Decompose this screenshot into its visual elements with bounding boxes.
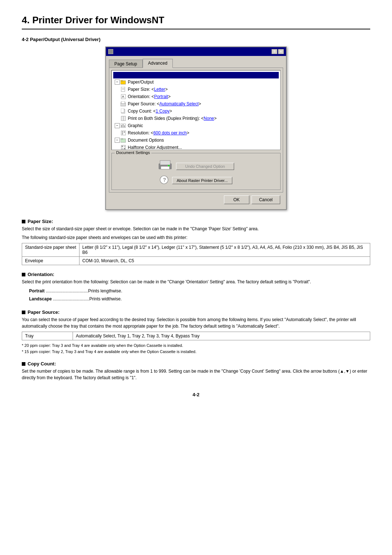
label-orientation: Orientation: <Portrait> xyxy=(128,93,171,100)
bullet-icon xyxy=(22,220,25,223)
paper-size-table: Standard-size paper sheet Letter (8 1/2"… xyxy=(22,243,370,265)
res-icon xyxy=(121,130,126,136)
svg-text:A: A xyxy=(122,95,124,98)
ok-button[interactable]: OK xyxy=(224,195,249,204)
paper-source-section: Paper Source: You can select the source … xyxy=(22,309,370,355)
halftone-icon xyxy=(121,145,126,150)
svg-rect-20 xyxy=(122,133,123,134)
paper-size-col1-0: Standard-size paper sheet xyxy=(22,243,79,257)
about-icon: ? xyxy=(160,175,168,185)
tree-item-resolution[interactable]: Resolution: <600 dots per inch> xyxy=(113,129,279,137)
folder-icon xyxy=(121,79,126,85)
svg-rect-10 xyxy=(121,109,124,113)
landscape-label: Landscape xyxy=(29,296,52,301)
paper-size-section: Paper Size: Select the size of standard-… xyxy=(22,219,370,265)
svg-rect-1 xyxy=(121,80,123,81)
doc-settings-inner: Undo Changed Option ? About Raster Print… xyxy=(115,156,277,187)
bullet-icon xyxy=(22,362,25,366)
svg-rect-8 xyxy=(121,101,125,104)
tree-item-copy-count[interactable]: Copy Count: <1 Copy> xyxy=(113,108,279,115)
table-row: Standard-size paper sheet Letter (8 1/2"… xyxy=(22,243,370,257)
paper-size-col2-0: Letter (8 1/2" x 11"), Legal (8 1/2" x 1… xyxy=(79,243,370,257)
tree-selected-row[interactable] xyxy=(113,72,279,78)
dialog-wrapper: ? × Page Setup Advanced xyxy=(22,46,370,210)
paper-size-col2-1: COM-10, Monarch, DL, C5 xyxy=(79,257,370,265)
svg-rect-29 xyxy=(160,161,170,165)
paper-size-col1-1: Envelope xyxy=(22,257,79,265)
svg-rect-22 xyxy=(121,138,123,139)
portrait-dots: ...................................Print… xyxy=(46,288,122,293)
titlebar-controls: ? × xyxy=(271,49,284,54)
tree-item-doc-options[interactable]: − Document Options xyxy=(113,137,279,144)
svg-rect-16 xyxy=(124,125,125,127)
tree-item-paper-size[interactable]: Paper Size: <Letter> xyxy=(113,86,279,93)
svg-point-25 xyxy=(124,146,125,147)
tree-area[interactable]: − Paper/Output Paper Size: <Letter> xyxy=(111,70,281,150)
doc-icon xyxy=(121,86,126,92)
source-icon xyxy=(121,101,126,107)
svg-text:?: ? xyxy=(163,177,166,183)
tree-item-orientation[interactable]: A Orientation: <Portrait> xyxy=(113,93,279,100)
doc-settings-group: Document Settings Undo xyxy=(111,153,281,190)
label-paper-output: Paper/Output xyxy=(128,79,154,85)
label-halftone: Halftone Color Adjustment... xyxy=(128,144,182,150)
help-button[interactable]: ? xyxy=(271,49,277,54)
cancel-button[interactable]: Cancel xyxy=(252,195,280,204)
svg-rect-14 xyxy=(121,125,122,127)
graphic-icon xyxy=(121,123,126,129)
tree-item-paper-output[interactable]: − Paper/Output xyxy=(113,78,279,86)
dialog: ? × Page Setup Advanced xyxy=(105,46,287,210)
table-row: Envelope COM-10, Monarch, DL, C5 xyxy=(22,257,370,265)
svg-point-31 xyxy=(168,165,170,166)
svg-rect-30 xyxy=(161,166,170,169)
printer-titlebar-icon xyxy=(108,49,113,54)
tab-page-setup[interactable]: Page Setup xyxy=(109,60,143,68)
doc-opts-icon xyxy=(121,137,126,143)
copy-count-section: Copy Count: Set the number of copies to … xyxy=(22,361,370,381)
about-raster-printer-button[interactable]: About Raster Printer Driver... xyxy=(172,177,233,184)
orientation-section: Orientation: Select the print orientatio… xyxy=(22,272,370,303)
undo-btn-row: Undo Changed Option xyxy=(158,160,234,173)
section-heading: 4-2 Paper/Output (Universal Driver) xyxy=(22,37,370,42)
close-button[interactable]: × xyxy=(278,49,284,54)
portrait-label: Portrait xyxy=(29,288,45,293)
tree-item-paper-source[interactable]: Paper Source: <Automatically Select> xyxy=(113,100,279,108)
landscape-dots: ..............................Prints wid… xyxy=(53,296,122,301)
svg-rect-17 xyxy=(121,131,126,135)
settings-printer-icon xyxy=(158,160,172,173)
paper-size-text2: The following standard-size paper sheets… xyxy=(22,234,370,241)
tree-item-halftone[interactable]: Halftone Color Adjustment... xyxy=(113,144,279,150)
label-copy-count: Copy Count: <1 Copy> xyxy=(128,108,172,114)
expander-doc-options[interactable]: − xyxy=(115,138,120,143)
paper-source-table: Tray Automatically Select, Tray 1, Tray … xyxy=(22,332,370,340)
paper-size-heading: Paper Size: xyxy=(22,219,370,224)
tab-advanced[interactable]: Advanced xyxy=(143,59,173,68)
svg-point-24 xyxy=(122,146,123,147)
copy-count-text1: Set the number of copies to be made. The… xyxy=(22,368,370,381)
tree-item-graphic[interactable]: − Graphic xyxy=(113,122,279,129)
expander-paper-output[interactable]: − xyxy=(115,80,120,85)
orientation-heading: Orientation: xyxy=(22,272,370,277)
paper-source-note1: * 20 ppm copier: Tray 3 and Tray 4 are a… xyxy=(22,343,370,349)
landscape-row: Landscape ..............................… xyxy=(29,295,370,303)
svg-point-27 xyxy=(124,148,125,149)
bullet-icon xyxy=(22,273,25,276)
dialog-titlebar: ? × xyxy=(106,47,286,56)
about-btn-row: ? About Raster Printer Driver... xyxy=(160,175,233,185)
tab-bar: Page Setup Advanced xyxy=(109,59,283,68)
text-icon: A xyxy=(121,94,126,100)
table-row: Tray Automatically Select, Tray 1, Tray … xyxy=(22,332,370,340)
paper-source-text1: You can select the source of paper feed … xyxy=(22,316,370,329)
tree-item-duplex[interactable]: Print on Both Sides (Duplex Printing): <… xyxy=(113,115,279,122)
label-doc-options: Document Options xyxy=(128,137,164,143)
bullet-icon xyxy=(22,311,25,314)
undo-changed-option-button[interactable]: Undo Changed Option xyxy=(176,163,234,170)
duplex-icon xyxy=(121,116,126,121)
portrait-row: Portrait ...............................… xyxy=(29,287,370,295)
svg-rect-15 xyxy=(123,124,123,127)
titlebar-left xyxy=(108,49,113,54)
tab-content: − Paper/Output Paper Size: <Letter> xyxy=(109,68,283,193)
paper-source-heading: Paper Source: xyxy=(22,309,370,315)
copy-count-heading: Copy Count: xyxy=(22,361,370,366)
expander-graphic[interactable]: − xyxy=(115,123,120,128)
